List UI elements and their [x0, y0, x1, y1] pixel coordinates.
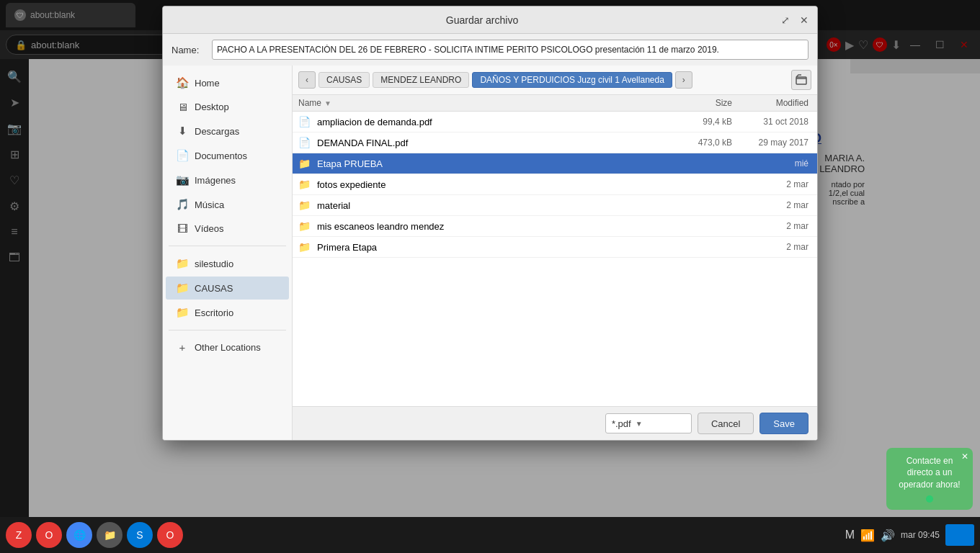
file-name: material [317, 200, 674, 211]
dialog-expand-button[interactable]: ⤢ [778, 13, 793, 27]
file-name: Etapa PRUEBA [317, 158, 674, 169]
taskbar-skype-icon[interactable]: S [127, 522, 153, 548]
taskbar-files-icon[interactable]: 📁 [97, 522, 122, 548]
sidebar-item-escritorio[interactable]: 📁 Escritorio [166, 301, 289, 324]
taskbar-opera-icon[interactable]: O [36, 522, 62, 548]
home-icon: 🏠 [176, 76, 189, 89]
dialog-name-row: Name: [163, 34, 817, 66]
file-name: fotos expediente [317, 179, 674, 190]
file-list: 📄 ampliacion de demanda.pdf 99,4 kB 31 o… [293, 112, 817, 406]
file-row[interactable]: 📁 Etapa PRUEBA mié [293, 153, 817, 174]
sidebar-label-escritorio: Escritorio [195, 307, 233, 318]
filter-value: *.pdf [612, 418, 631, 429]
download-folder-icon: ⬇ [176, 125, 189, 138]
file-row[interactable]: 📁 Primera Etapa 2 mar [293, 237, 817, 258]
chat-popup-close-button[interactable]: ✕ [961, 451, 968, 463]
breadcrumb-forward-button[interactable]: › [675, 71, 692, 89]
taskbar: Z O 🌐 📁 S O M 📶 🔊 mar 09:45 [0, 517, 980, 553]
music-icon: 🎵 [176, 198, 189, 211]
file-name: mis escaneos leandro mendez [317, 221, 674, 232]
file-name: ampliacion de demanda.pdf [317, 117, 674, 127]
taskbar-browser-icon[interactable]: 🌐 [66, 522, 92, 548]
file-list-header: Name ▼ Size Modified [293, 95, 817, 112]
folder-icon: 📁 [298, 220, 313, 232]
chat-popup-text: Contacte en directo a un operador ahora! [899, 456, 960, 490]
sidebar-item-descargas[interactable]: ⬇ Descargas [166, 120, 289, 143]
images-icon: 📷 [176, 174, 189, 186]
sidebar-item-home[interactable]: 🏠 Home [166, 71, 289, 94]
name-label: Name: [172, 45, 206, 55]
file-type-dropdown[interactable]: *.pdf ▼ [605, 413, 692, 433]
folder-silestudio-icon: 📁 [176, 257, 189, 270]
dialog-close-button[interactable]: ✕ [797, 13, 811, 27]
folder-causas-icon: 📁 [176, 282, 189, 295]
folder-icon: 📁 [298, 199, 313, 211]
file-modified: 2 mar [732, 221, 811, 231]
sidebar-item-musica[interactable]: 🎵 Música [166, 193, 289, 216]
breadcrumb-back-button[interactable]: ‹ [298, 71, 316, 89]
sidebar-item-other[interactable]: + Other Locations [166, 336, 289, 359]
file-size: 99,4 kB [674, 117, 732, 127]
pdf-icon: 📄 [298, 137, 313, 148]
sidebar-item-silestudio[interactable]: 📁 silestudio [166, 252, 289, 275]
sort-icon: ▼ [324, 99, 331, 107]
sidebar-label-imagenes: Imágenes [195, 175, 236, 186]
sidebar-label-desktop: Desktop [195, 102, 229, 112]
file-row[interactable]: 📁 fotos expediente 2 mar [293, 174, 817, 195]
column-modified[interactable]: Modified [732, 98, 811, 108]
cancel-button[interactable]: Cancel [698, 413, 754, 434]
videos-icon: 🎞 [176, 222, 189, 235]
notification-area[interactable] [945, 524, 974, 546]
online-indicator [926, 495, 933, 503]
breadcrumb-causas[interactable]: CAUSAS [318, 72, 370, 88]
save-file-dialog: Guardar archivo ⤢ ✕ Name: 🏠 Home 🖥 Deskt… [162, 6, 818, 441]
file-row[interactable]: 📄 DEMANDA FINAL.pdf 473,0 kB 29 may 2017 [293, 132, 817, 153]
file-name: DEMANDA FINAL.pdf [317, 138, 674, 148]
dialog-titlebar: Guardar archivo ⤢ ✕ [163, 6, 817, 34]
clock: mar 09:45 [901, 530, 940, 540]
folder-icon: 📁 [298, 179, 313, 190]
wifi-icon: 📶 [860, 529, 875, 542]
folder-escritorio-icon: 📁 [176, 306, 189, 319]
other-locations-icon: + [176, 341, 189, 354]
file-modified: 31 oct 2018 [732, 117, 811, 127]
sidebar-label-silestudio: silestudio [195, 258, 233, 269]
taskbar-opera2-icon[interactable]: O [157, 522, 183, 548]
file-modified: 2 mar [732, 242, 811, 252]
dropdown-arrow-icon: ▼ [636, 420, 643, 428]
new-folder-button[interactable] [791, 70, 811, 90]
breadcrumb-danos[interactable]: DAÑOS Y PERDUICIOS Juzg civil 1 Avellane… [472, 72, 672, 88]
file-modified: 2 mar [732, 200, 811, 210]
folder-icon: 📁 [298, 241, 313, 253]
mail-icon: M [845, 529, 855, 541]
sidebar-item-videos[interactable]: 🎞 Vídeos [166, 217, 289, 240]
filename-input[interactable] [212, 40, 808, 60]
save-button[interactable]: Save [760, 413, 808, 434]
sidebar-label-descargas: Descargas [195, 126, 239, 137]
file-row[interactable]: 📁 mis escaneos leandro mendez 2 mar [293, 216, 817, 237]
documents-icon: 📄 [176, 149, 189, 162]
file-modified: 29 may 2017 [732, 138, 811, 148]
dialog-controls: ⤢ ✕ [778, 13, 811, 27]
desktop-icon: 🖥 [176, 101, 189, 113]
chat-popup: ✕ Contacte en directo a un operador ahor… [886, 448, 973, 510]
file-modified: 2 mar [732, 179, 811, 189]
sidebar-item-documentos[interactable]: 📄 Documentos [166, 144, 289, 167]
breadcrumb-bar: ‹ CAUSAS MENDEZ LEANDRO DAÑOS Y PERDUICI… [293, 66, 817, 95]
column-size[interactable]: Size [674, 98, 732, 108]
file-row[interactable]: 📁 material 2 mar [293, 195, 817, 216]
file-row[interactable]: 📄 ampliacion de demanda.pdf 99,4 kB 31 o… [293, 112, 817, 132]
taskbar-vpn-icon[interactable]: Z [6, 522, 32, 548]
sidebar-label-causas: CAUSAS [195, 283, 233, 294]
pdf-icon: 📄 [298, 116, 313, 127]
breadcrumb-mendez[interactable]: MENDEZ LEANDRO [373, 72, 469, 88]
sidebar-label-home: Home [195, 78, 220, 89]
sidebar-item-imagenes[interactable]: 📷 Imágenes [166, 168, 289, 192]
file-modified: mié [732, 158, 811, 168]
sidebar-item-desktop[interactable]: 🖥 Desktop [166, 96, 289, 118]
sidebar-separator-2 [169, 330, 286, 331]
column-name[interactable]: Name ▼ [298, 98, 674, 108]
sidebar-item-causas[interactable]: 📁 CAUSAS [166, 276, 289, 300]
file-name: Primera Etapa [317, 242, 674, 253]
sidebar-label-documentos: Documentos [195, 150, 247, 161]
